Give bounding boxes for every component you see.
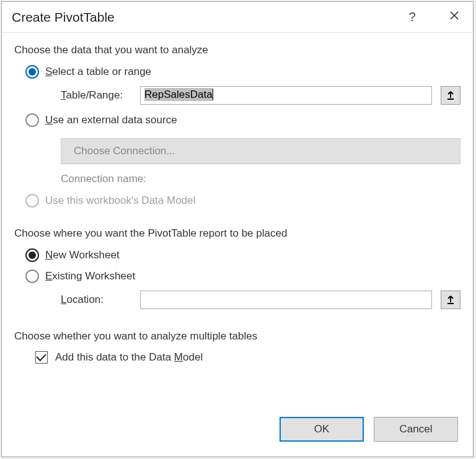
label-data-model: Use this workbook's Data Model <box>45 195 195 207</box>
option-external-source[interactable]: Use an external data source <box>25 113 461 127</box>
label-external-source: Use an external data source <box>45 114 177 126</box>
option-new-worksheet[interactable]: New Worksheet <box>25 248 461 262</box>
radio-data-model <box>25 194 39 208</box>
titlebar: Create PivotTable ? <box>2 2 473 33</box>
close-icon[interactable] <box>442 11 467 24</box>
cancel-button[interactable]: Cancel <box>374 417 458 442</box>
table-range-input[interactable]: RepSalesData <box>140 86 432 105</box>
label-add-data-model: Add this data to the Data Model <box>55 351 203 364</box>
checkbox-data-model-row[interactable]: Add this data to the Data Model <box>35 351 461 364</box>
titlebar-icons: ? <box>400 10 467 24</box>
option-data-model: Use this workbook's Data Model <box>25 194 461 208</box>
dialog-content: Choose the data that you want to analyze… <box>2 33 473 457</box>
section-multiple-tables-title: Choose whether you want to analyze multi… <box>14 330 461 343</box>
radio-new-worksheet[interactable] <box>25 248 39 262</box>
label-existing-worksheet: Existing Worksheet <box>45 270 135 282</box>
choose-connection-button: Choose Connection... <box>61 138 461 164</box>
table-range-row: Table/Range: RepSalesData <box>61 86 461 105</box>
collapse-location-icon[interactable] <box>441 291 461 309</box>
button-row: OK Cancel <box>14 417 461 444</box>
connection-name-label: Connection name: <box>61 173 461 185</box>
help-icon[interactable]: ? <box>400 10 425 24</box>
option-existing-worksheet[interactable]: Existing Worksheet <box>25 269 461 283</box>
option-select-table-range[interactable]: Select a table or range <box>25 65 461 79</box>
section-analyze-title: Choose the data that you want to analyze <box>14 44 461 56</box>
location-label: Location: <box>61 294 131 306</box>
label-new-worksheet: New Worksheet <box>45 249 120 261</box>
radio-external-source[interactable] <box>25 113 39 127</box>
section-placement-title: Choose where you want the PivotTable rep… <box>14 227 461 240</box>
radio-existing-worksheet[interactable] <box>25 269 39 283</box>
dialog-title: Create PivotTable <box>12 10 400 25</box>
location-row: Location: <box>61 291 461 309</box>
checkbox-add-data-model[interactable] <box>35 351 48 364</box>
label-select-table-range: Select a table or range <box>45 66 151 78</box>
collapse-range-icon[interactable] <box>441 86 461 105</box>
create-pivottable-dialog: Create PivotTable ? Choose the data that… <box>1 1 474 457</box>
radio-select-table-range[interactable] <box>25 65 39 79</box>
ok-button[interactable]: OK <box>280 417 364 442</box>
table-range-label: Table/Range: <box>61 89 131 102</box>
location-input[interactable] <box>140 291 432 309</box>
